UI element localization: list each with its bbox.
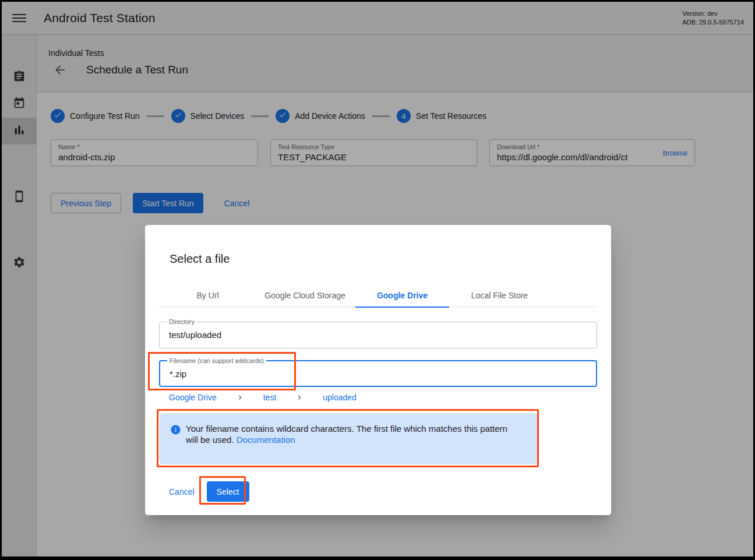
- dialog-title: Select a file: [170, 252, 230, 266]
- banner-message: Your filename contains wildcard characte…: [186, 424, 507, 445]
- breadcrumb-uploaded[interactable]: uploaded: [323, 393, 357, 402]
- directory-field[interactable]: Directory test/uploaded: [159, 322, 597, 348]
- documentation-link[interactable]: Documentation: [237, 435, 295, 445]
- chevron-right-icon: [295, 393, 304, 402]
- dialog-actions: Cancel Select: [169, 481, 249, 502]
- dialog-cancel-button[interactable]: Cancel: [169, 487, 195, 496]
- banner-text: Your filename contains wildcard characte…: [186, 423, 519, 445]
- directory-field-label: Directory: [167, 318, 197, 325]
- dialog-tabs: By Url Google Cloud Storage Google Drive…: [159, 283, 597, 307]
- tab-google-cloud-storage[interactable]: Google Cloud Storage: [256, 283, 354, 307]
- tab-google-drive[interactable]: Google Drive: [354, 283, 451, 307]
- tab-local-file-store[interactable]: Local File Store: [451, 283, 548, 307]
- app-window: Android Test Station Version: dev ADB: 2…: [0, 0, 755, 560]
- filename-field-value: *.zip: [170, 369, 186, 379]
- select-file-dialog: Select a file By Url Google Cloud Storag…: [145, 225, 611, 515]
- drive-breadcrumb: Google Drive test uploaded: [169, 393, 357, 402]
- filename-field-label: Filename (can support wildcards): [167, 357, 266, 364]
- breadcrumb-test[interactable]: test: [263, 393, 277, 402]
- dialog-select-button[interactable]: Select: [207, 481, 249, 502]
- breadcrumb-google-drive[interactable]: Google Drive: [169, 393, 217, 402]
- chevron-right-icon: [235, 393, 245, 402]
- info-icon: [170, 424, 181, 435]
- tab-by-url[interactable]: By Url: [159, 283, 256, 307]
- wildcard-info-banner: Your filename contains wildcard characte…: [159, 413, 538, 464]
- directory-field-value: test/uploaded: [169, 330, 221, 340]
- filename-field[interactable]: Filename (can support wildcards) *.zip: [159, 360, 597, 387]
